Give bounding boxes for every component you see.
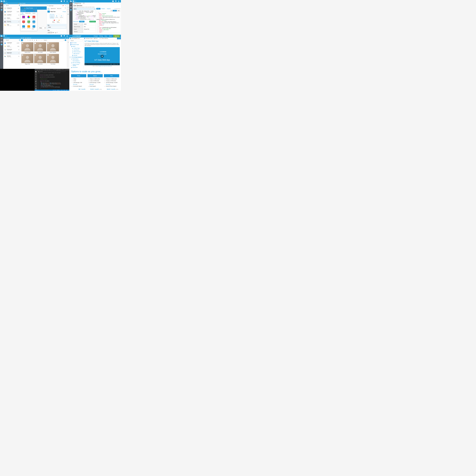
view-icon[interactable]: ≡: [21, 5, 21, 6]
nav-php-api[interactable]: ▣PHP API: [69, 54, 83, 56]
sidebar-item-products[interactable]: 🛍️ ProductsContent Type 3: [3, 20, 20, 23]
search-input[interactable]: [5, 39, 19, 41]
menu-selection[interactable]: Selection: [41, 69, 44, 70]
play-icon[interactable]: ▶: [85, 64, 86, 65]
nav-bases[interactable]: ▦Bases: [69, 46, 83, 47]
tab-layout[interactable]: Layout: [32, 12, 36, 15]
signup-button[interactable]: Sign Up: [113, 35, 120, 37]
search-icon[interactable]: [35, 73, 37, 75]
sidebar-item-customers[interactable]: 👥 CustomersContent Type 1,157: [3, 41, 20, 45]
code-editor[interactable]: 12namespace com_example_www\controllers;…: [37, 73, 66, 91]
json-button[interactable]: JSON: [113, 10, 117, 11]
logo-icon[interactable]: [1, 0, 2, 2]
rail-api[interactable]: APIAPI: [0, 9, 3, 12]
crumb-item[interactable]: ▢IoT Data Collection: [98, 38, 109, 39]
display-password[interactable]: •••Password: [59, 14, 64, 18]
underline-button[interactable]: U: [55, 32, 56, 33]
option-export[interactable]: ExportⓘChoose One: [73, 28, 96, 31]
menu-icon[interactable]: ⋮: [68, 39, 69, 41]
option-revision[interactable]: Revisionⓘ: [73, 31, 96, 33]
status-select[interactable]: Status: [38, 27, 46, 29]
option-binary-format[interactable]: Binary FormatⓘURL: [73, 26, 96, 28]
nav-product[interactable]: Product: [94, 35, 98, 37]
nav-pricing[interactable]: Pricing: [99, 35, 103, 37]
sidebar-item-applicants[interactable]: 📋 ApplicantsContent Type 6: [3, 51, 20, 55]
card-checkbox[interactable]: [22, 54, 23, 56]
card-checkbox[interactable]: [47, 54, 49, 56]
crumb-root[interactable]: 📘 webCOMAND Docs: [69, 38, 83, 39]
nav-version-control-settings[interactable]: ⎋Version Control Settings: [69, 64, 83, 67]
menu-file[interactable]: File: [36, 69, 38, 70]
user-icon[interactable]: [118, 0, 119, 2]
logo-icon[interactable]: [1, 35, 2, 37]
eol-indicator[interactable]: CRLF: [63, 90, 65, 90]
nav-user-guide[interactable]: 👤User Guide: [69, 42, 83, 44]
menu-go[interactable]: Go: [47, 69, 48, 70]
pin-icon[interactable]: 📌: [62, 5, 64, 6]
copy-button[interactable]: ⧉: [29, 39, 31, 41]
tag-icon[interactable]: 🏷: [68, 9, 68, 10]
bell-icon[interactable]: [63, 35, 65, 37]
field-type-number[interactable]: ▦Number: [32, 20, 36, 24]
title-input[interactable]: [48, 26, 66, 28]
spaces-indicator[interactable]: Spaces: 4: [57, 90, 60, 90]
rail-bases[interactable]: Bases: [0, 3, 3, 6]
menu-run[interactable]: Run: [49, 69, 50, 70]
field-type-file[interactable]: PDFFile: [21, 20, 26, 24]
explorer-icon[interactable]: [35, 71, 37, 72]
applicant-card[interactable]: John Smith: [34, 42, 46, 53]
menu-icon[interactable]: ⋮: [68, 5, 68, 6]
options-button[interactable]: Options: [79, 21, 84, 22]
db-icon[interactable]: [35, 83, 37, 85]
nav-prev[interactable]: ‹: [117, 38, 119, 39]
field-type-color[interactable]: ◉Color: [26, 15, 31, 20]
test-icon[interactable]: [35, 86, 37, 87]
rail-api[interactable]: APIAPI: [69, 9, 72, 12]
apps-button[interactable]: APPS: [3, 35, 7, 36]
user-icon[interactable]: [66, 0, 68, 2]
sidebar-item-vendors[interactable]: 🏪 VendorsContent Type 4: [3, 55, 20, 58]
raw-button[interactable]: Raw: [117, 10, 120, 11]
rail-content[interactable]: Content: [0, 6, 3, 9]
close-icon[interactable]: ✕: [68, 69, 69, 70]
query-editor[interactable]: 1SELECT UUID, Title, Category.Title AS C…: [73, 10, 96, 20]
clock-icon[interactable]: 🕐: [68, 7, 69, 8]
rail-bases[interactable]: Bases: [0, 37, 3, 40]
nav-field-choices[interactable]: ☰Field Choices: [69, 58, 83, 60]
sidebar-item-orders[interactable]: 🛒 OrdersContent Type 2,310: [3, 17, 20, 20]
menu-edit[interactable]: Edit: [38, 69, 40, 70]
add-button[interactable]: +: [4, 39, 5, 41]
delete-button[interactable]: 🗑: [36, 39, 38, 41]
nav-content-types[interactable]: ◆Content Types: [69, 47, 83, 49]
duplicate-button[interactable]: ⿻: [31, 39, 33, 41]
bold-button[interactable]: B: [53, 32, 53, 33]
eye-icon[interactable]: 👁: [65, 37, 66, 38]
nav-field-validations[interactable]: ✓Field Validations: [69, 60, 83, 62]
field-type-checkbox[interactable]: ✓Checkbox: [21, 15, 26, 20]
display-text-box[interactable]: ☰Text Box: [55, 14, 59, 18]
tab-advanced[interactable]: Advanced: [57, 7, 61, 10]
pin-icon[interactable]: 📌: [33, 10, 35, 12]
video-player[interactable]: webCOMAND Developer Guide IoT Data Web A…: [85, 47, 120, 65]
feedback-icon[interactable]: ☺: [68, 90, 69, 90]
option-format[interactable]: FormatⓘJSON: [73, 23, 96, 26]
tab-snippets[interactable]: Snippets: [106, 8, 112, 10]
debug-icon[interactable]: [35, 78, 37, 80]
edit-icon[interactable]: ✎: [34, 7, 35, 9]
info-icon[interactable]: ⓘ: [36, 7, 37, 9]
chevron-down-icon[interactable]: ▾: [23, 40, 24, 41]
info-icon[interactable]: ⓘ: [94, 8, 95, 10]
breadcrumb-root[interactable]: Store: [5, 3, 8, 4]
styles-select[interactable]: Styles: [48, 32, 52, 34]
add-tab-button[interactable]: +▾: [83, 2, 85, 4]
nav-fwd[interactable]: ›: [23, 37, 25, 39]
settings-icon[interactable]: ⚙: [117, 64, 118, 65]
collapse-button[interactable]: ⤡: [40, 39, 42, 41]
applicant-card[interactable]: Cathryn Nevil: [21, 42, 34, 53]
user-icon[interactable]: [66, 35, 68, 37]
close-icon[interactable]: ✕: [35, 10, 36, 12]
copy-button[interactable]: ⎘: [110, 10, 113, 11]
cancel-button[interactable]: ⊘: [34, 39, 35, 41]
minimap[interactable]: [66, 70, 69, 90]
add-field-button[interactable]: +: [21, 7, 23, 9]
